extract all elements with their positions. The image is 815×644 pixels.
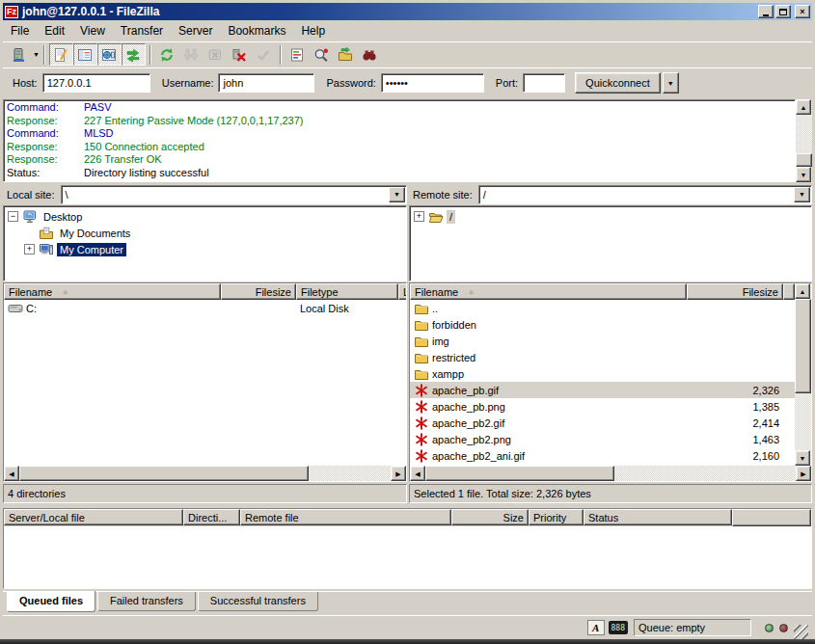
menu-edit[interactable]: Edit: [37, 22, 72, 40]
queue-column-header-serverlocalfile[interactable]: Server/Local file: [4, 509, 183, 525]
local-directory-tree: −DesktopMy Documents+My Computer: [3, 205, 407, 282]
tab-successful-transfers[interactable]: Successful transfers: [198, 592, 318, 611]
remote-vertical-scrollbar[interactable]: ▲ ▼: [795, 283, 811, 466]
host-input[interactable]: [42, 73, 150, 93]
find-files-button[interactable]: [358, 43, 382, 66]
file-row[interactable]: apache_pb.gif2,326: [410, 382, 795, 398]
tab-queued-files[interactable]: Queued files: [7, 591, 95, 612]
queue-column-header-remotefile[interactable]: Remote file: [240, 509, 451, 525]
scroll-left-icon[interactable]: ◀: [4, 466, 19, 481]
menu-help[interactable]: Help: [293, 22, 333, 40]
resize-grip[interactable]: [794, 625, 808, 639]
tab-failed-transfers[interactable]: Failed transfers: [97, 592, 196, 611]
local-column-header-filename[interactable]: Filename▲: [4, 283, 221, 300]
local-column-header-l[interactable]: L: [398, 283, 406, 300]
speed-limit-icon[interactable]: 888: [609, 621, 628, 634]
scrollbar-thumb[interactable]: [19, 466, 309, 481]
site-manager-dropdown-icon[interactable]: ▼: [33, 51, 40, 58]
menu-server[interactable]: Server: [171, 22, 220, 40]
refresh-button[interactable]: [155, 43, 179, 66]
expand-plus-icon[interactable]: +: [24, 244, 35, 255]
toggle-message-log-button[interactable]: [49, 43, 73, 66]
local-column-header-filetype[interactable]: Filetype: [296, 283, 398, 300]
directory-comparison-button[interactable]: [310, 43, 334, 66]
file-row[interactable]: apache_pb2.gif2,414: [410, 415, 795, 431]
scroll-left-icon[interactable]: ◀: [410, 466, 425, 481]
scrollbar-thumb[interactable]: [795, 299, 811, 393]
column-header-label: Server/Local file: [9, 512, 85, 523]
log-scrollbar[interactable]: ▲ ▼: [796, 99, 812, 182]
scrollbar-thumb[interactable]: [425, 466, 614, 481]
file-row[interactable]: forbidden: [410, 316, 795, 333]
toggle-local-tree-button[interactable]: [73, 43, 97, 66]
username-input[interactable]: [218, 73, 314, 93]
remote-horizontal-scrollbar[interactable]: ◀ ▶: [410, 466, 811, 481]
toggle-transfer-queue-button[interactable]: [122, 43, 146, 66]
port-input[interactable]: [523, 73, 565, 93]
scroll-down-icon[interactable]: ▼: [795, 450, 810, 466]
file-row[interactable]: xampp: [410, 365, 795, 382]
local-list-header: Filename▲FilesizeFiletypeL: [4, 283, 406, 300]
chevron-down-icon[interactable]: ▼: [389, 187, 405, 202]
menu-file[interactable]: File: [3, 22, 37, 40]
scroll-right-icon[interactable]: ▶: [391, 466, 406, 481]
remote-column-header-filename[interactable]: Filename▲: [410, 283, 687, 300]
menu-transfer[interactable]: Transfer: [113, 22, 171, 40]
minimize-button[interactable]: [758, 5, 774, 18]
local-tree-item[interactable]: My Documents: [4, 225, 406, 241]
local-list-body: C:Local Disk: [4, 300, 406, 466]
local-horizontal-scrollbar[interactable]: ◀ ▶: [4, 466, 406, 481]
scrollbar-thumb[interactable]: [796, 153, 812, 167]
file-row[interactable]: C:Local Disk: [4, 300, 406, 316]
synchronized-browsing-button[interactable]: [334, 43, 358, 66]
remote-tree-item[interactable]: +/: [410, 208, 811, 225]
local-file-list: Filename▲FilesizeFiletypeL C:Local Disk …: [3, 282, 407, 482]
column-header-label: L: [403, 286, 406, 298]
file-row[interactable]: apache_pb2_ani.gif2,160: [410, 447, 795, 464]
queue-column-header-directi[interactable]: Directi...: [183, 509, 240, 525]
maximize-button[interactable]: [775, 5, 791, 18]
chevron-down-icon[interactable]: ▼: [794, 187, 810, 202]
queue-column-header-size[interactable]: Size: [451, 509, 529, 525]
file-row[interactable]: restricted: [410, 349, 795, 365]
expand-plus-icon[interactable]: +: [414, 211, 424, 222]
title-bar[interactable]: Fz john@127.0.0.1 - FileZilla ×: [3, 3, 812, 20]
scroll-right-icon[interactable]: ▶: [796, 466, 811, 481]
file-row[interactable]: ..: [410, 300, 795, 316]
remote-column-header-filesize[interactable]: Filesize: [687, 283, 783, 300]
filter-button[interactable]: [285, 43, 310, 66]
local-tree-item[interactable]: +My Computer: [4, 241, 406, 257]
file-row[interactable]: apache_pb.png1,385: [410, 398, 795, 415]
menu-view[interactable]: View: [72, 22, 113, 40]
column-header-filler: [783, 283, 795, 300]
password-input[interactable]: [381, 73, 484, 93]
reconnect-button[interactable]: [252, 43, 276, 66]
queue-status-text: Queue: empty: [638, 622, 705, 633]
close-button[interactable]: ×: [795, 5, 810, 18]
toggle-remote-tree-button[interactable]: [97, 43, 122, 66]
local-tree-item[interactable]: −Desktop: [4, 208, 406, 225]
quickconnect-dropdown-button[interactable]: ▼: [663, 72, 679, 94]
site-manager-button[interactable]: [7, 43, 31, 66]
transfer-type-icon[interactable]: A: [587, 620, 605, 635]
file-row[interactable]: apache_pb2.png1,463: [410, 431, 795, 447]
queue-column-header-priority[interactable]: Priority: [529, 509, 584, 525]
disconnect-button[interactable]: [228, 43, 252, 66]
local-column-header-filesize[interactable]: Filesize: [221, 283, 296, 300]
scroll-up-icon[interactable]: ▲: [795, 283, 810, 299]
cancel-operation-button[interactable]: [204, 43, 228, 66]
scroll-up-icon[interactable]: ▲: [796, 99, 811, 115]
remote-site-combobox[interactable]: / ▼: [478, 185, 812, 204]
queue-column-header-status[interactable]: Status: [584, 509, 732, 525]
collapse-minus-icon[interactable]: −: [8, 211, 18, 222]
password-label: Password:: [326, 77, 375, 89]
quickconnect-button[interactable]: Quickconnect: [575, 72, 661, 94]
local-site-combobox[interactable]: \ ▼: [61, 185, 407, 204]
menu-bookmarks[interactable]: Bookmarks: [220, 22, 293, 40]
username-label: Username:: [162, 77, 214, 89]
process-queue-button[interactable]: [179, 43, 204, 66]
file-row[interactable]: img: [410, 333, 795, 349]
menu-bar: FileEditViewTransferServerBookmarksHelp: [3, 21, 812, 40]
arrows-lr-icon: [125, 47, 141, 63]
scroll-down-icon[interactable]: ▼: [796, 167, 811, 182]
